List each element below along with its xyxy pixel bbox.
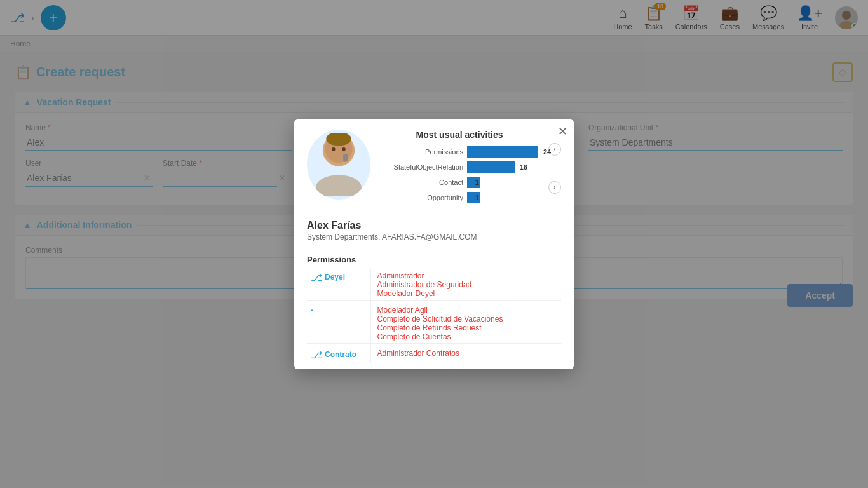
chart-row-label: Permissions (381, 148, 463, 156)
svg-point-7 (342, 147, 345, 151)
chart-bar-wrap: 24 (467, 146, 538, 158)
perm-org-name: Deyel (325, 273, 345, 281)
chart-next-btn[interactable]: › (548, 181, 561, 194)
modal-top: Most usual activities Permissions24State… (294, 119, 574, 214)
modal-user-info: Alex Farías System Departments, AFARIAS.… (294, 214, 574, 248)
modal-user-sub: System Departments, AFARIAS.FA@GMAIL.COM (307, 233, 561, 241)
perm-org-cell: ⎇ Contrato (307, 343, 370, 363)
chart-bar-wrap: 1 (467, 192, 538, 203)
permissions-table: ⎇ Deyel AdministradorAdministrador de Se… (307, 269, 561, 363)
chart-section: Most usual activities Permissions24State… (381, 130, 538, 207)
user-info-modal: ✕ Most usual activities (294, 119, 574, 369)
perm-org-cell: ⎇ Deyel (307, 269, 370, 301)
permission-role: Modelador Deyel (377, 289, 558, 298)
chart-row-label: Opportunity (381, 194, 463, 201)
permission-role: Administrador Contratos (377, 349, 558, 358)
chart-row: Opportunity1 (381, 192, 538, 203)
permission-row: - Modelador AgilCompleto de Solicitud de… (307, 300, 561, 343)
chart-bar-value: 16 (520, 161, 527, 173)
perm-roles-cell: Administrador Contratos (370, 343, 561, 363)
chart-title: Most usual activities (381, 130, 538, 140)
chart-bar (467, 146, 538, 158)
chart-bar (467, 161, 515, 173)
chart-row-label: StatefulObjectRelation (381, 163, 463, 171)
permission-role: Completo de Cuentas (377, 332, 558, 341)
chart-bar-wrap: 1 (467, 177, 538, 188)
permissions-title: Permissions (307, 255, 561, 264)
perm-org-cell: - (307, 300, 370, 343)
modal-user-name: Alex Farías (307, 220, 561, 231)
org-icon: ⎇ (311, 271, 322, 283)
modal-close-button[interactable]: ✕ (558, 125, 567, 139)
permission-row: ⎇ Contrato Administrador Contratos (307, 343, 561, 363)
chart-bar-value: 1 (475, 192, 479, 203)
permission-role: Administrador (377, 271, 558, 280)
chart-row: Contact1 (381, 177, 538, 188)
org-icon: ⎇ (311, 349, 322, 361)
chart-bar-value: 24 (543, 146, 551, 158)
modal-user-avatar (307, 130, 370, 200)
permission-role: Completo de Refunds Request (377, 323, 558, 332)
chart-row-label: Contact (381, 179, 463, 186)
perm-org-name: - (311, 306, 313, 315)
chart-row: Permissions24 (381, 146, 538, 158)
svg-point-3 (316, 175, 362, 196)
chart-bar-wrap: 16 (467, 161, 538, 173)
perm-roles-cell: Modelador AgilCompleto de Solicitud de V… (370, 300, 561, 343)
chart-nav: ‹ › (548, 130, 561, 207)
permission-role: Modelador Agil (377, 306, 558, 315)
permission-row: ⎇ Deyel AdministradorAdministrador de Se… (307, 269, 561, 301)
chart-row: StatefulObjectRelation16 (381, 161, 538, 173)
permission-role: Administrador de Seguridad (377, 280, 558, 289)
modal-permissions[interactable]: Permissions ⎇ Deyel AdministradorAdminis… (294, 248, 574, 369)
permission-role: Completo de Solicitud de Vacaciones (377, 315, 558, 323)
svg-point-6 (332, 147, 335, 151)
perm-roles-cell: AdministradorAdministrador de SeguridadM… (370, 269, 561, 301)
perm-org-name: Contrato (325, 350, 356, 359)
modal-overlay: ✕ Most usual activities (0, 0, 868, 488)
svg-rect-8 (343, 153, 348, 161)
chart-rows: Permissions24StatefulObjectRelation16Con… (381, 146, 538, 203)
chart-bar-value: 1 (475, 177, 479, 188)
